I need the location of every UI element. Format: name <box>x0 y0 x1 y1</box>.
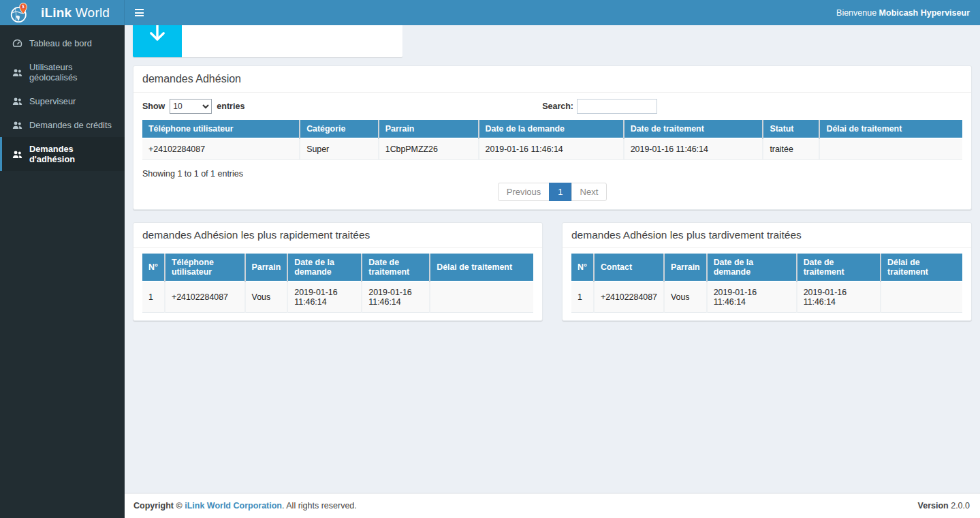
sidebar-item-demandes-adhesion[interactable]: Demandes d'adhésion <box>0 137 125 171</box>
brand-logo-area[interactable]: $ iLink World <box>0 0 125 25</box>
page-length-label-after: entries <box>217 102 244 111</box>
sidebar: Tableau de bord Utilisateurs géolocalisé… <box>0 25 125 518</box>
demandes-adhesion-table: Téléphone utilisateur Catégorie Parrain … <box>142 120 962 160</box>
cell-delai <box>881 281 962 313</box>
copyright-rest: . All rights reserved. <box>282 501 357 511</box>
sidebar-item-superviseur[interactable]: Superviseur <box>0 89 125 113</box>
sidebar-item-tableau-de-bord[interactable]: Tableau de bord <box>0 31 125 55</box>
pagination-previous-button[interactable]: Previous <box>498 183 550 201</box>
welcome-prefix: Bienvenue <box>836 8 879 18</box>
sidebar-toggle-icon[interactable] <box>127 0 151 25</box>
column-header-date-demande: Date de la demande <box>707 254 797 281</box>
svg-text:$: $ <box>22 4 25 10</box>
sidebar-item-label: Demandes de crédits <box>29 120 112 130</box>
column-header-numero: N° <box>142 254 165 281</box>
rapidement-traitees-table: N° Téléphone utilisateur Parrain Date de… <box>142 254 533 313</box>
panel-tardivement-traitees: demandes Adhésion les plus tardivement t… <box>562 222 972 321</box>
cell-parrain: 1CbpPMZZ26 <box>379 138 479 160</box>
users-icon <box>12 68 24 77</box>
column-header-delai[interactable]: Délai de traitement <box>819 120 962 138</box>
company-link[interactable]: iLink World Corporation <box>185 501 282 511</box>
sidebar-item-utilisateurs-geolocalises[interactable]: Utilisateurs géolocalisés <box>0 55 125 89</box>
cell-date-traitement: 2019-01-16 11:46:14 <box>624 138 763 160</box>
table-row[interactable]: 1 +24102284087 Vous 2019-01-16 11:46:14 … <box>571 281 962 313</box>
users-icon <box>12 150 24 159</box>
column-header-telephone[interactable]: Téléphone utilisateur <box>142 120 300 138</box>
panel-header: demandes Adhésion les plus rapidement tr… <box>133 223 542 248</box>
search-label: Search: <box>542 102 573 111</box>
app-title-light: World <box>72 5 110 20</box>
panel-header: demandes Adhésion les plus tardivement t… <box>563 223 971 248</box>
top-bar: $ iLink World Bienvenue Mobicash Hypervi… <box>0 0 980 25</box>
column-header-parrain[interactable]: Parrain <box>379 120 479 138</box>
cell-contact: +24102284087 <box>594 281 664 313</box>
users-icon <box>12 121 24 130</box>
table-header-row: N° Téléphone utilisateur Parrain Date de… <box>142 254 533 281</box>
table-info-text: Showing 1 to 1 of 1 entries <box>142 169 962 179</box>
content-area: TEMPS MOYEN DE TRAITEMENT ENTRANT demand… <box>125 0 980 468</box>
search-input[interactable] <box>577 99 657 114</box>
cell-numero: 1 <box>142 281 165 313</box>
cell-parrain: Vous <box>664 281 707 313</box>
cell-numero: 1 <box>571 281 594 313</box>
app-title-bold: iLink <box>41 5 72 20</box>
panel-title: demandes Adhésion les plus tardivement t… <box>571 229 802 241</box>
sidebar-menu: Tableau de bord Utilisateurs géolocalisé… <box>0 25 125 171</box>
page-length-control: Show 10 entries <box>142 99 244 114</box>
globe-pin-logo-icon: $ <box>8 1 31 25</box>
search-control: Search: <box>542 99 657 114</box>
page-length-label-before: Show <box>142 102 165 111</box>
app-title: iLink World <box>41 5 110 20</box>
cell-date-traitement: 2019-01-16 11:46:14 <box>797 281 881 313</box>
column-header-date-demande: Date de la demande <box>287 254 362 281</box>
welcome-text: Bienvenue Mobicash Hyperviseur <box>836 8 970 18</box>
version-value: 2.0.0 <box>949 501 970 511</box>
welcome-user: Mobicash Hyperviseur <box>879 8 970 18</box>
column-header-parrain: Parrain <box>245 254 288 281</box>
copyright-text: Copyright © iLink World Corporation. All… <box>133 501 357 511</box>
pagination: Previous 1 Next <box>142 183 962 201</box>
column-header-telephone: Téléphone utilisateur <box>165 254 245 281</box>
tardivement-traitees-table: N° Contact Parrain Date de la demande Da… <box>571 254 962 313</box>
cell-telephone: +24102284087 <box>142 138 300 160</box>
column-header-date-traitement: Date de traitement <box>797 254 881 281</box>
panel-demandes-adhesion: demandes Adhésion Show 10 entries Search… <box>133 65 972 210</box>
column-header-date-demande[interactable]: Date de la demande <box>479 120 624 138</box>
table-row[interactable]: +24102284087 Super 1CbpPMZZ26 2019-01-16… <box>142 138 962 160</box>
cell-telephone: +24102284087 <box>165 281 245 313</box>
footer: Copyright © iLink World Corporation. All… <box>125 493 980 518</box>
copyright-bold: Copyright © <box>133 501 185 511</box>
cell-statut: traitée <box>763 138 819 160</box>
cell-delai <box>819 138 962 160</box>
table-header-row: Téléphone utilisateur Catégorie Parrain … <box>142 120 962 138</box>
pagination-next-button[interactable]: Next <box>571 183 607 201</box>
column-header-date-traitement: Date de traitement <box>362 254 430 281</box>
sidebar-item-label: Tableau de bord <box>29 38 92 48</box>
sidebar-item-demandes-de-credits[interactable]: Demandes de crédits <box>0 113 125 137</box>
sidebar-item-label: Demandes d'adhésion <box>29 144 115 164</box>
column-header-contact: Contact <box>594 254 664 281</box>
version-text: Version 2.0.0 <box>918 501 970 511</box>
column-header-parrain: Parrain <box>664 254 707 281</box>
pagination-page-1-button[interactable]: 1 <box>549 183 571 201</box>
panel-title: demandes Adhésion <box>142 73 241 85</box>
panel-body: N° Contact Parrain Date de la demande Da… <box>563 248 971 320</box>
cell-date-demande: 2019-01-16 11:46:14 <box>287 281 362 313</box>
sidebar-item-label: Utilisateurs géolocalisés <box>29 62 115 82</box>
page-length-select[interactable]: 10 <box>170 99 212 114</box>
cell-date-traitement: 2019-01-16 11:46:14 <box>362 281 430 313</box>
table-header-row: N° Contact Parrain Date de la demande Da… <box>571 254 962 281</box>
cell-parrain: Vous <box>245 281 288 313</box>
panel-header: demandes Adhésion <box>133 66 971 93</box>
table-row[interactable]: 1 +24102284087 Vous 2019-01-16 11:46:14 … <box>142 281 533 313</box>
cell-date-demande: 2019-01-16 11:46:14 <box>479 138 624 160</box>
column-header-delai: Délai de traitement <box>430 254 533 281</box>
navbar: Bienvenue Mobicash Hyperviseur <box>125 0 980 25</box>
dashboard-icon <box>12 39 24 48</box>
version-label: Version <box>918 501 949 511</box>
cell-categorie: Super <box>300 138 379 160</box>
column-header-categorie[interactable]: Catégorie <box>300 120 379 138</box>
column-header-statut[interactable]: Statut <box>763 120 819 138</box>
column-header-date-traitement[interactable]: Date de traitement <box>624 120 763 138</box>
cell-date-demande: 2019-01-16 11:46:14 <box>707 281 797 313</box>
